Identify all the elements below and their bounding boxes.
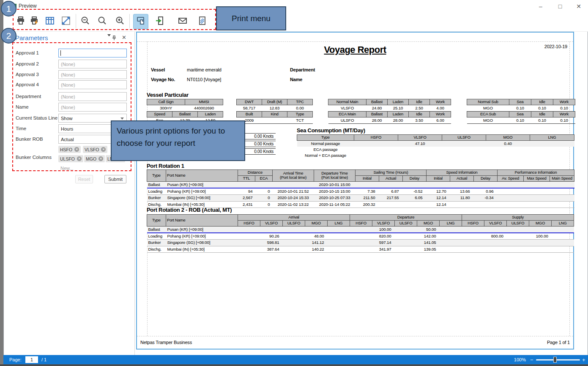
window-title: Preview	[19, 3, 37, 9]
remove-tag-icon[interactable]: ✕	[98, 156, 103, 161]
cell	[283, 246, 305, 252]
reset-button[interactable]: Reset	[75, 175, 93, 183]
cell	[484, 240, 507, 246]
cell	[398, 147, 442, 153]
vessel-particular-heading: Vessel Particular	[147, 92, 189, 98]
zoom-minus-button[interactable]: −	[530, 357, 533, 363]
remove-tag-icon[interactable]: ✕	[101, 147, 106, 152]
cell: Pohang (KR) [+09:00]	[166, 188, 238, 195]
cell	[450, 201, 474, 208]
main-consumption-table: Normal MainBallastLadenIdleWorkVLSFO24.8…	[328, 99, 451, 124]
cell	[442, 140, 486, 147]
maximize-button[interactable]: □	[553, 2, 567, 11]
table-row: ULSFO28.0028.003.506.00	[328, 117, 451, 124]
header-cell: Av. Speed	[498, 175, 524, 181]
cell: 3.50	[409, 117, 430, 124]
cell: 300HY	[147, 105, 185, 111]
approval3-input[interactable]	[58, 70, 127, 79]
cell: 6.87	[379, 188, 403, 195]
header-cell: Port Name	[166, 170, 238, 182]
cell: 6.00	[430, 117, 451, 124]
header-cell: Type	[147, 170, 166, 182]
submit-button[interactable]: Submit	[104, 175, 126, 183]
header-cell: ULSFO	[442, 135, 486, 141]
cell	[354, 140, 398, 147]
email-icon	[178, 16, 188, 27]
cell	[283, 226, 305, 233]
remove-tag-icon[interactable]: ✕	[74, 147, 79, 152]
zoom-in-button[interactable]	[113, 14, 127, 29]
voyage-no-label: Voyage No.	[151, 77, 175, 82]
cell	[395, 246, 417, 252]
cell	[283, 240, 305, 246]
cell: Pusan (KR) [+09:00]	[166, 181, 238, 188]
header-cell: Port Name	[166, 215, 238, 227]
page-number-input[interactable]	[25, 356, 38, 363]
cell: 0.10	[531, 105, 553, 111]
cell: Singapore (SG) [+08:00]	[166, 240, 238, 246]
header-cell: HSFO	[350, 220, 372, 226]
cell	[550, 181, 574, 188]
cell: 141.05	[417, 240, 440, 246]
cell: 12.14	[427, 195, 450, 201]
print-options-callout: Various print options for you to choose …	[111, 120, 245, 161]
cell	[238, 233, 260, 240]
magnifier-dropdown-caret[interactable]	[107, 34, 111, 36]
cell	[395, 240, 417, 246]
magnifier-button[interactable]	[94, 14, 111, 29]
cell: 2.50	[409, 105, 430, 111]
cell	[356, 181, 379, 188]
zoom-slider-thumb[interactable]	[553, 357, 557, 363]
department-input[interactable]	[58, 92, 127, 101]
remove-tag-icon[interactable]: ✕	[77, 156, 82, 161]
approval4-input[interactable]	[58, 80, 127, 89]
quick-print-button[interactable]	[27, 14, 41, 29]
cell: 2,567	[238, 195, 255, 201]
print-button[interactable]	[14, 14, 27, 29]
bunker-tag[interactable]: MGO✕	[84, 155, 105, 162]
table-header-row: DWTDraft (M)TPC	[237, 99, 313, 105]
cell: 598.81	[260, 240, 283, 246]
email-button[interactable]	[174, 14, 191, 29]
magnifier-icon	[97, 16, 107, 27]
header-cell: Departure Time (Port local time)	[314, 170, 356, 182]
cell: 2020-10-25 07:33	[314, 195, 356, 201]
cell	[524, 181, 550, 188]
bunker-tag[interactable]: HSFO✕	[58, 146, 81, 153]
header-cell: LNG	[440, 220, 462, 226]
zoom-plus-button[interactable]: +	[582, 357, 585, 363]
scale-button[interactable]	[59, 14, 73, 29]
minimize-button[interactable]: –	[533, 2, 548, 11]
cell	[524, 201, 550, 208]
header-cell: Delay	[474, 175, 498, 181]
zoom-out-button[interactable]	[79, 14, 92, 29]
multiple-pages-button[interactable]	[133, 14, 148, 29]
bunker-tag[interactable]: ULSFO✕	[58, 155, 83, 162]
parameters-title: Parameters	[15, 34, 48, 41]
cell	[552, 240, 574, 246]
cell	[238, 181, 255, 188]
cell: 0.10	[553, 105, 575, 111]
parameters-close-icon[interactable]: ✕	[122, 34, 126, 41]
close-button[interactable]: ✕	[572, 2, 586, 11]
header-cell: Initial	[427, 175, 450, 181]
bunker-tag[interactable]: VLSFO✕	[83, 146, 107, 153]
cell	[524, 188, 550, 195]
cell: 0.40	[486, 140, 530, 147]
watermark-button[interactable]	[195, 14, 209, 29]
table-header-row: TypePort NameArrivalDepartureSupply	[147, 215, 574, 221]
cell	[552, 233, 574, 240]
zoom-slider-track[interactable]	[536, 359, 580, 361]
approval2-input[interactable]	[58, 60, 127, 68]
bunker-tag-label: VLSFO	[85, 147, 99, 152]
cell: 100.00	[372, 226, 395, 233]
name-input[interactable]	[58, 103, 127, 112]
page-setup-button[interactable]	[43, 14, 57, 29]
pin-icon[interactable]	[111, 35, 117, 41]
titlebar	[3, 0, 588, 12]
table-row: MGO0.100.100.10	[467, 105, 575, 111]
export-button[interactable]	[151, 14, 168, 29]
approval1-input[interactable]	[58, 49, 127, 57]
cell: -0.52	[403, 188, 427, 195]
new-tag-input[interactable]	[58, 164, 127, 172]
